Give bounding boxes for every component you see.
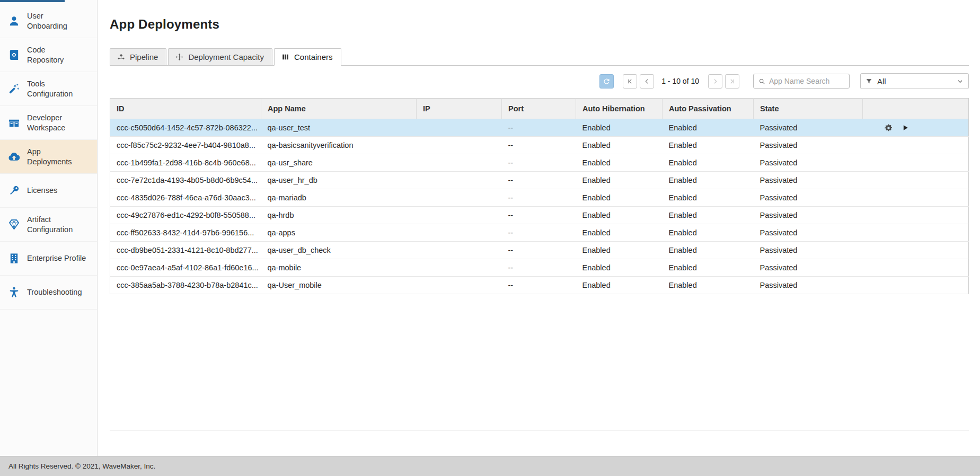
table-row[interactable]: ccc-49c27876-ed1c-4292-b0f8-550588... qa… bbox=[110, 207, 969, 224]
content-bottom-divider bbox=[110, 430, 969, 430]
cell-auto-passivation: Enabled bbox=[663, 172, 754, 189]
cell-auto-hibernation: Enabled bbox=[576, 119, 663, 137]
sidebar-item-app-deployments[interactable]: App Deployments bbox=[0, 140, 97, 174]
table-row[interactable]: ccc-385aa5ab-3788-4230-b78a-b2841c... qa… bbox=[110, 277, 969, 294]
cell-auto-hibernation: Enabled bbox=[576, 189, 663, 207]
table-row[interactable]: ccc-1b499fa1-2d98-416b-8c4b-960e68... qa… bbox=[110, 154, 969, 172]
sidebar-item-label: Tools Configuration bbox=[27, 79, 73, 99]
cell-auto-passivation: Enabled bbox=[663, 224, 754, 242]
filter-icon bbox=[866, 78, 872, 85]
sidebar-item-licenses[interactable]: Licenses bbox=[0, 174, 97, 208]
cell-auto-passivation: Enabled bbox=[663, 207, 754, 224]
table-row[interactable]: ccc-db9be051-2331-4121-8c10-8bd277... qa… bbox=[110, 242, 969, 259]
filter-dropdown[interactable]: All bbox=[860, 73, 969, 89]
table-row[interactable]: ccc-f85c75c2-9232-4ee7-b404-9810a8... qa… bbox=[110, 137, 969, 154]
tools-icon bbox=[8, 83, 20, 95]
cell-id: ccc-c5050d64-1452-4c57-872b-086322... bbox=[110, 119, 261, 137]
cell-port: -- bbox=[502, 154, 576, 172]
cell-state: Passivated bbox=[754, 277, 863, 294]
cell-id: ccc-49c27876-ed1c-4292-b0f8-550588... bbox=[110, 207, 261, 224]
sidebar-item-label: Code Repository bbox=[27, 45, 64, 65]
sidebar-item-troubleshooting[interactable]: Troubleshooting bbox=[0, 276, 97, 310]
sidebar-item-label: Artifact Configuration bbox=[27, 215, 73, 234]
search-input[interactable] bbox=[769, 77, 844, 85]
cell-ip bbox=[417, 259, 502, 277]
tab-deployment-capacity[interactable]: Deployment Capacity bbox=[168, 48, 272, 66]
cell-auto-hibernation: Enabled bbox=[576, 242, 663, 259]
toolbar: 1 - 10 of 10 All bbox=[110, 73, 969, 89]
pagination-range: 1 - 10 of 10 bbox=[661, 77, 699, 85]
cell-port: -- bbox=[502, 242, 576, 259]
workspace-icon bbox=[8, 117, 20, 129]
cell-ip bbox=[417, 242, 502, 259]
tab-label: Deployment Capacity bbox=[188, 52, 264, 61]
cell-port: -- bbox=[502, 189, 576, 207]
table-row[interactable]: ccc-4835d026-788f-46ea-a76d-30aac3... qa… bbox=[110, 189, 969, 207]
pipeline-icon bbox=[117, 53, 125, 61]
filter-selected-value: All bbox=[877, 77, 952, 86]
cell-app-name: qa-usr_share bbox=[261, 154, 417, 172]
sidebar-item-label: Licenses bbox=[27, 186, 57, 196]
sidebar-item-tools-configuration[interactable]: Tools Configuration bbox=[0, 72, 97, 106]
cell-auto-hibernation: Enabled bbox=[576, 154, 663, 172]
cell-app-name: qa-hrdb bbox=[261, 207, 417, 224]
user-icon bbox=[8, 15, 20, 27]
main-content: App Deployments Pipeline Deployment Capa… bbox=[98, 0, 980, 456]
column-header-state: State bbox=[754, 99, 863, 119]
last-page-button[interactable] bbox=[725, 74, 739, 89]
settings-icon[interactable] bbox=[884, 124, 893, 133]
sidebar-item-artifact-configuration[interactable]: Artifact Configuration bbox=[0, 208, 97, 242]
tab-label: Pipeline bbox=[130, 52, 158, 61]
code-repository-icon bbox=[8, 49, 20, 61]
cell-id: ccc-385aa5ab-3788-4230-b78a-b2841c... bbox=[110, 277, 261, 294]
table-row[interactable]: ccc-7e72c1da-4193-4b05-b8d0-6b9c54... qa… bbox=[110, 172, 969, 189]
refresh-icon bbox=[603, 77, 611, 85]
cell-app-name: qa-user_hr_db bbox=[261, 172, 417, 189]
tab-pipeline[interactable]: Pipeline bbox=[110, 48, 166, 66]
cell-state: Passivated bbox=[754, 242, 863, 259]
next-page-button[interactable] bbox=[708, 74, 722, 89]
cell-ip bbox=[417, 189, 502, 207]
run-icon[interactable] bbox=[902, 124, 909, 131]
sidebar: User Onboarding Code Repository Tools Co… bbox=[0, 0, 98, 456]
cell-auto-hibernation: Enabled bbox=[576, 277, 663, 294]
table-header-row: ID App Name IP Port Auto Hibernation Aut… bbox=[110, 99, 969, 119]
table-row[interactable]: ccc-ff502633-8432-41d4-97b6-996156... qa… bbox=[110, 224, 969, 242]
app-name-search bbox=[753, 74, 850, 89]
cell-state: Passivated bbox=[754, 189, 863, 207]
previous-page-button[interactable] bbox=[640, 74, 654, 89]
tab-bar: Pipeline Deployment Capacity Containers bbox=[110, 48, 969, 66]
first-page-icon bbox=[626, 78, 633, 85]
cell-auto-hibernation: Enabled bbox=[576, 172, 663, 189]
cell-state: Passivated bbox=[754, 207, 863, 224]
cell-auto-hibernation: Enabled bbox=[576, 207, 663, 224]
table-row[interactable]: ccc-c5050d64-1452-4c57-872b-086322... qa… bbox=[110, 119, 969, 137]
cell-id: ccc-4835d026-788f-46ea-a76d-30aac3... bbox=[110, 189, 261, 207]
cell-state: Passivated bbox=[754, 154, 863, 172]
refresh-button[interactable] bbox=[599, 74, 614, 89]
app-root: User Onboarding Code Repository Tools Co… bbox=[0, 0, 980, 456]
cell-id: ccc-ff502633-8432-41d4-97b6-996156... bbox=[110, 224, 261, 242]
sidebar-item-code-repository[interactable]: Code Repository bbox=[0, 38, 97, 72]
cell-ip bbox=[417, 172, 502, 189]
cell-auto-passivation: Enabled bbox=[663, 154, 754, 172]
cell-state: Passivated bbox=[754, 137, 863, 154]
cell-state: Passivated bbox=[754, 224, 863, 242]
cell-ip bbox=[417, 277, 502, 294]
cell-port: -- bbox=[502, 207, 576, 224]
first-page-button[interactable] bbox=[623, 74, 637, 89]
table-row[interactable]: ccc-0e97aea4-a5af-4102-86a1-fd60e16... q… bbox=[110, 259, 969, 277]
tab-label: Containers bbox=[294, 52, 333, 61]
gem-icon bbox=[8, 218, 20, 231]
containers-table: ID App Name IP Port Auto Hibernation Aut… bbox=[110, 98, 969, 294]
cell-ip bbox=[417, 137, 502, 154]
cell-port: -- bbox=[502, 224, 576, 242]
cell-port: -- bbox=[502, 137, 576, 154]
sidebar-item-enterprise-profile[interactable]: Enterprise Profile bbox=[0, 242, 97, 276]
tab-containers[interactable]: Containers bbox=[274, 48, 341, 66]
sidebar-item-label: Troubleshooting bbox=[27, 287, 82, 297]
sidebar-item-developer-workspace[interactable]: Developer Workspace bbox=[0, 106, 97, 140]
copyright-text: All Rights Reserved. © 2021, WaveMaker, … bbox=[8, 462, 155, 470]
sidebar-item-user-onboarding[interactable]: User Onboarding bbox=[0, 4, 97, 38]
sidebar-item-label: App Deployments bbox=[27, 147, 72, 166]
